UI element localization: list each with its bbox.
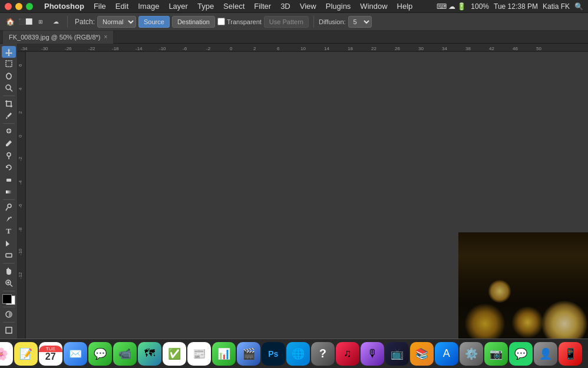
patch-mode-select[interactable]: Normal (97, 16, 136, 28)
diffusion-select[interactable]: 5 (348, 16, 372, 28)
cloud-icon[interactable]: ☁ (49, 15, 62, 28)
diffusion-control: Diffusion: 5 (319, 16, 372, 28)
dock: 🧭 🎤 🚀 🌸 📝 TUE 27 ✉️ 💬 📹 🗺 ✅ 📰 📊 🎬 Ps (0, 339, 588, 368)
svg-text:-34: -34 (21, 46, 28, 51)
transparent-checkbox[interactable] (217, 18, 225, 25)
spot-heal-tool[interactable] (2, 126, 16, 137)
menu-plugins[interactable]: Plugins (322, 1, 355, 12)
menu-photoshop[interactable]: Photoshop (40, 1, 88, 12)
svg-text:-6: -6 (183, 46, 187, 51)
crop-tool[interactable] (2, 98, 16, 110)
dock-music[interactable]: ♫ (336, 342, 359, 366)
marquee-tool[interactable] (2, 58, 16, 70)
destination-button[interactable]: Destination (172, 16, 215, 28)
svg-text:-14: -14 (136, 46, 143, 51)
menu-file[interactable]: File (90, 1, 110, 12)
dock-edge[interactable]: 🌐 (286, 342, 310, 366)
document-tab[interactable]: FK_00839.jpg @ 50% (RGB/8*) × (2, 31, 114, 44)
main-area: T ••• (0, 44, 588, 350)
dock-calendar[interactable]: TUE 27 (39, 342, 62, 366)
menu-type[interactable]: Type (193, 1, 218, 12)
menu-select[interactable]: Select (219, 1, 249, 12)
svg-text:0: 0 (18, 134, 23, 137)
menu-view[interactable]: View (296, 1, 321, 12)
dodge-tool[interactable] (2, 202, 16, 213)
menu-edit[interactable]: Edit (111, 1, 133, 12)
dock-preferences[interactable]: ⚙️ (460, 342, 483, 366)
close-button[interactable] (5, 3, 12, 10)
dock-photoshop[interactable]: Ps (262, 342, 285, 366)
search-icon[interactable]: 🔍 (574, 2, 583, 11)
dock-numbers[interactable]: 📊 (212, 342, 236, 366)
history-brush-tool[interactable] (2, 162, 16, 173)
svg-rect-14 (6, 254, 12, 257)
dock-maps[interactable]: 🗺 (138, 342, 161, 366)
options-icon[interactable]: ⬛⬜ (19, 15, 32, 28)
transparent-checkbox-label[interactable]: Transparent (217, 18, 262, 25)
quick-mask-tool[interactable] (2, 309, 16, 321)
menu-layer[interactable]: Layer (164, 1, 192, 12)
dock-facetime[interactable]: 📹 (113, 342, 137, 366)
eyedropper-tool[interactable] (2, 110, 16, 121)
mode-icon[interactable]: ⊞ (34, 15, 47, 28)
quick-select-tool[interactable] (2, 83, 16, 94)
svg-text:26: 26 (395, 46, 400, 51)
tool-separator-2 (3, 123, 15, 124)
pen-tool[interactable] (2, 213, 16, 225)
move-tool[interactable] (2, 46, 16, 58)
svg-text:42: 42 (489, 46, 494, 51)
home-icon[interactable]: 🏠 (4, 15, 16, 28)
lasso-tool[interactable] (2, 70, 16, 82)
path-select-tool[interactable] (2, 238, 16, 249)
dock-reminders[interactable]: ✅ (163, 342, 186, 366)
dock-news[interactable]: 📰 (187, 342, 211, 366)
menu-window[interactable]: Window (356, 1, 391, 12)
canvas-area[interactable]: -34 -30 -26 -22 -18 -14 -10 -6 -2 0 2 6 … (18, 44, 588, 350)
bokeh-light-2 (511, 306, 544, 339)
svg-text:18: 18 (348, 46, 353, 51)
type-tool[interactable]: T (2, 226, 16, 238)
clone-stamp-tool[interactable] (2, 150, 16, 162)
source-button[interactable]: Source (138, 16, 170, 28)
dock-mirroring[interactable]: 📱 (559, 342, 582, 366)
eraser-tool[interactable] (2, 174, 16, 186)
svg-text:-2: -2 (206, 46, 211, 51)
dock-mail[interactable]: ✉️ (64, 342, 87, 366)
minimize-button[interactable] (15, 3, 22, 10)
svg-text:0: 0 (230, 46, 233, 51)
menu-3d[interactable]: 3D (276, 1, 295, 12)
gradient-tool[interactable] (2, 186, 16, 198)
dock-appstore[interactable]: A (435, 342, 458, 366)
foreground-background-colors[interactable] (2, 294, 15, 305)
dock-notes[interactable]: 📝 (14, 342, 38, 366)
dock-books[interactable]: 📚 (410, 342, 434, 366)
dock-whatsapp[interactable]: 💬 (509, 342, 533, 366)
svg-text:22: 22 (371, 46, 376, 51)
dock-tv[interactable]: 📺 (385, 342, 409, 366)
dock-keynote[interactable]: 🎬 (237, 342, 260, 366)
tab-close-button[interactable]: × (104, 34, 107, 40)
shape-tool[interactable] (2, 250, 16, 262)
image-content (458, 232, 588, 350)
dock-podcasts[interactable]: 🎙 (361, 342, 384, 366)
dock-support[interactable]: 👤 (534, 342, 557, 366)
hand-tool[interactable] (2, 265, 16, 277)
menu-image[interactable]: Image (134, 1, 163, 12)
dock-photos[interactable]: 🌸 (0, 342, 13, 366)
tool-separator-7 (3, 322, 15, 323)
maximize-button[interactable] (26, 3, 33, 10)
use-pattern-button[interactable]: Use Pattern (264, 16, 309, 28)
screen-mode-tool[interactable] (2, 324, 16, 336)
dock-help[interactable]: ? (311, 342, 335, 366)
svg-rect-1 (6, 61, 12, 67)
svg-text:-8: -8 (18, 227, 23, 232)
dock-facetime2[interactable]: 📷 (484, 342, 508, 366)
foreground-color-swatch (2, 294, 12, 304)
svg-text:50: 50 (536, 46, 541, 51)
tool-separator-4 (3, 263, 15, 264)
zoom-tool[interactable] (2, 278, 16, 290)
dock-messages[interactable]: 💬 (88, 342, 112, 366)
menu-help[interactable]: Help (393, 1, 417, 12)
brush-tool[interactable] (2, 137, 16, 149)
menu-filter[interactable]: Filter (250, 1, 275, 12)
